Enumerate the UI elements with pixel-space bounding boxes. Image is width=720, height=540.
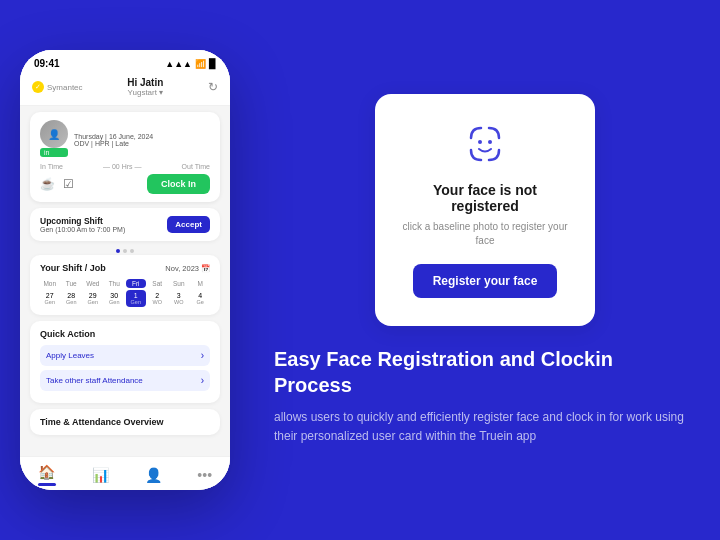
logo-check-icon: ✓: [32, 81, 44, 93]
clock-in-button[interactable]: Clock In: [147, 174, 210, 194]
register-face-button[interactable]: Register your face: [413, 264, 558, 298]
quick-action-title: Quick Action: [40, 329, 210, 339]
svg-point-1: [488, 140, 492, 144]
shift-label: Upcoming Shift: [40, 216, 125, 226]
dot-1: [116, 249, 120, 253]
shift-time: Gen (10:00 Am to 7:00 PM): [40, 226, 125, 233]
status-bar: 09:41 ▲▲▲ 📶 ▉: [20, 50, 230, 73]
svg-point-0: [478, 140, 482, 144]
status-time: 09:41: [34, 58, 60, 69]
shift-month: Nov, 2023 📅: [165, 264, 210, 273]
cal-header-wed: Wed: [83, 279, 103, 288]
cal-header-tue: Tue: [62, 279, 82, 288]
cal-27: 27Gen: [40, 290, 60, 307]
home-icon: 🏠: [38, 464, 55, 480]
symantec-logo: ✓ Symantec: [32, 81, 83, 93]
card-top: 👤 in Thursday | 16 June, 2024 ODV | HPR …: [40, 120, 210, 159]
user-name: Hi Jatin: [127, 77, 163, 88]
description-section: Easy Face Registration and Clockin Proce…: [270, 346, 700, 446]
profile-icon: 👤: [145, 467, 162, 483]
cal-header-fri: Fri: [126, 279, 146, 288]
cal-28: 28Gen: [62, 290, 82, 307]
action-icons: ☕ ☑: [40, 177, 74, 191]
card-left: 👤 in Thursday | 16 June, 2024 ODV | HPR …: [40, 120, 153, 159]
shift-section: Your Shift / Job Nov, 2023 📅 Mon Tue Wed…: [30, 255, 220, 315]
chevron-right-icon-1: ›: [201, 350, 204, 361]
chevron-down-icon: ▾: [159, 88, 163, 97]
battery-icon: ▉: [209, 59, 216, 69]
phone-screen: 09:41 ▲▲▲ 📶 ▉ ✓ Symantec Hi Jatin Yugsta…: [20, 50, 230, 490]
chevron-right-icon-2: ›: [201, 375, 204, 386]
app-header: ✓ Symantec Hi Jatin Yugstart ▾ ↻: [20, 73, 230, 106]
calendar-grid: Mon Tue Wed Thu Fri Sat Sun M 27Gen 28Ge…: [40, 279, 210, 307]
cal-30: 30Gen: [105, 290, 125, 307]
out-time-label: Out Time: [182, 163, 210, 170]
time-separator: — 00 Hrs —: [103, 163, 142, 170]
cal-header-sun: Sun: [169, 279, 189, 288]
nav-active-indicator: [38, 483, 56, 486]
accept-button[interactable]: Accept: [167, 216, 210, 233]
shift-info: Upcoming Shift Gen (10:00 Am to 7:00 PM): [40, 216, 125, 233]
apply-leaves-item[interactable]: Apply Leaves ›: [40, 345, 210, 366]
shift-section-header: Your Shift / Job Nov, 2023 📅: [40, 263, 210, 273]
dot-2: [123, 249, 127, 253]
status-icons: ▲▲▲ 📶 ▉: [165, 59, 216, 69]
card-dept: ODV | HPR | Late: [74, 140, 153, 147]
cal-header-sat: Sat: [148, 279, 168, 288]
quick-action: Quick Action Apply Leaves › Take other s…: [30, 321, 220, 403]
nav-stats[interactable]: 📊: [92, 466, 109, 484]
wifi-icon: 📶: [195, 59, 206, 69]
stats-icon: 📊: [92, 467, 109, 483]
calendar-icon: 📅: [201, 264, 210, 273]
feature-description: allows users to quickly and efficiently …: [274, 408, 696, 446]
cal-1: 1Gen: [126, 290, 146, 307]
nav-home[interactable]: 🏠: [38, 463, 56, 486]
feature-title: Easy Face Registration and Clockin Proce…: [274, 346, 696, 398]
face-icon: [463, 122, 507, 170]
coffee-icon: ☕: [40, 177, 55, 191]
cal-header-mon: Mon: [40, 279, 60, 288]
right-panel: Your face is not registered click a base…: [270, 94, 700, 446]
card-info: Thursday | 16 June, 2024 ODV | HPR | Lat…: [74, 133, 153, 147]
nav-more[interactable]: •••: [197, 466, 212, 484]
refresh-icon[interactable]: ↻: [208, 80, 218, 94]
bottom-nav: 🏠 📊 👤 •••: [20, 456, 230, 490]
modal-description: click a baseline photo to register your …: [399, 220, 571, 248]
staff-attendance-label: Take other staff Attendance: [46, 376, 143, 385]
checkbox-icon: ☑: [63, 177, 74, 191]
cal-3: 3WO: [169, 290, 189, 307]
apply-leaves-label: Apply Leaves: [46, 351, 94, 360]
dot-indicators: [20, 249, 230, 253]
cal-29: 29Gen: [83, 290, 103, 307]
avatar: 👤: [40, 120, 68, 148]
dot-3: [130, 249, 134, 253]
header-user: Hi Jatin Yugstart ▾: [127, 77, 163, 97]
phone-mockup: 09:41 ▲▲▲ 📶 ▉ ✓ Symantec Hi Jatin Yugsta…: [20, 50, 230, 490]
in-time-label: In Time: [40, 163, 63, 170]
time-overview-title: Time & Attendance Overview: [40, 417, 210, 427]
user-org: Yugstart ▾: [128, 88, 163, 97]
cal-header-thu: Thu: [105, 279, 125, 288]
nav-profile[interactable]: 👤: [145, 466, 162, 484]
time-overview: Time & Attendance Overview: [30, 409, 220, 435]
card-actions: ☕ ☑ Clock In: [40, 174, 210, 194]
card-date: Thursday | 16 June, 2024: [74, 133, 153, 140]
main-container: 09:41 ▲▲▲ 📶 ▉ ✓ Symantec Hi Jatin Yugsta…: [20, 50, 700, 490]
logo-text: Symantec: [47, 83, 83, 92]
more-icon: •••: [197, 467, 212, 483]
status-badge: in: [40, 148, 68, 157]
upcoming-shift: Upcoming Shift Gen (10:00 Am to 7:00 PM)…: [30, 208, 220, 241]
signal-icon: ▲▲▲: [165, 59, 192, 69]
cal-4: 4Ge: [191, 290, 211, 307]
modal-title: Your face is not registered: [399, 182, 571, 214]
modal-card: Your face is not registered click a base…: [375, 94, 595, 326]
shift-section-title: Your Shift / Job: [40, 263, 106, 273]
user-card: 👤 in Thursday | 16 June, 2024 ODV | HPR …: [30, 112, 220, 202]
cal-2: 2WO: [148, 290, 168, 307]
staff-attendance-item[interactable]: Take other staff Attendance ›: [40, 370, 210, 391]
card-times: In Time — 00 Hrs — Out Time: [40, 163, 210, 170]
cal-header-m: M: [191, 279, 211, 288]
